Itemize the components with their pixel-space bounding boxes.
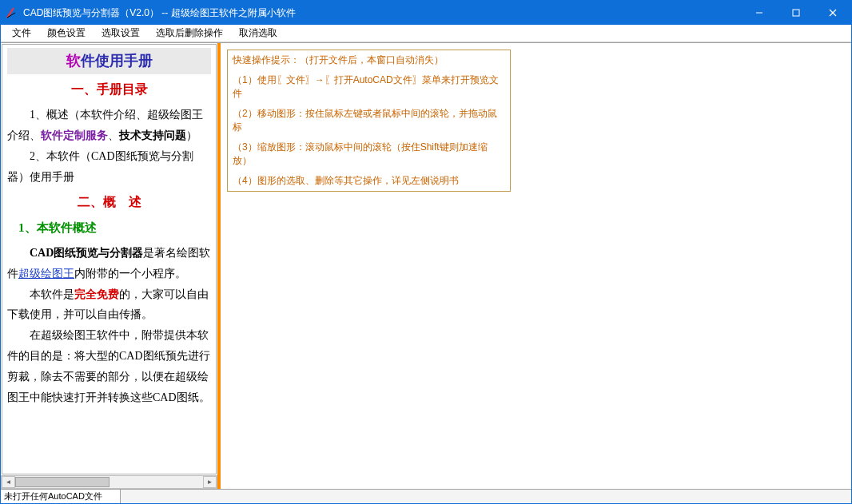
window-title: CAD图纸预览与分割器（V2.0） -- 超级绘图王软件之附属小软件: [23, 6, 741, 20]
para-1: CAD图纸预览与分割器是著名绘图软件超级绘图王内附带的一个小程序。: [7, 243, 211, 284]
canvas-panel: 快速操作提示：（打开文件后，本窗口自动消失） （1）使用〖文件〗→〖打开Auto…: [221, 43, 851, 489]
tips-row-4: （4）图形的选取、删除等其它操作，详见左侧说明书: [228, 171, 510, 191]
toc-item-2: 2、本软件（CAD图纸预览与分割器）使用手册: [7, 146, 211, 188]
manual-title-rest: 件使用手册: [81, 53, 153, 69]
scroll-track[interactable]: [15, 476, 203, 488]
minimize-button[interactable]: [741, 1, 778, 25]
quick-tips-box: 快速操作提示：（打开文件后，本窗口自动消失） （1）使用〖文件〗→〖打开Auto…: [227, 50, 511, 192]
manual-horizontal-scrollbar[interactable]: ◄ ►: [1, 475, 217, 489]
menu-cancel-select[interactable]: 取消选取: [231, 25, 285, 42]
section2-heading: 二、概 述: [7, 190, 211, 214]
app-icon: [6, 6, 18, 19]
manual-title-firstchar: 软: [66, 53, 81, 69]
status-bar: 未打开任何AutoCAD文件: [1, 489, 851, 503]
window-titlebar: CAD图纸预览与分割器（V2.0） -- 超级绘图王软件之附属小软件: [1, 1, 851, 25]
menu-select-settings[interactable]: 选取设置: [94, 25, 148, 42]
tips-row-1: （1）使用〖文件〗→〖打开AutoCAD文件〗菜单来打开预览文件: [228, 70, 510, 104]
manual-panel: 软件使用手册 一、手册目录 1、概述（本软件介绍、超级绘图王介绍、软件定制服务、…: [1, 43, 221, 489]
close-button[interactable]: [814, 1, 851, 25]
para-2: 本软件是完全免费的，大家可以自由下载使用，并可以自由传播。: [7, 284, 211, 326]
scroll-left-button[interactable]: ◄: [2, 476, 15, 488]
para-3: 在超级绘图王软件中，附带提供本软件的目的是：将大型的CAD图纸预先进行剪裁，除去…: [7, 325, 211, 408]
menu-color-settings[interactable]: 颜色设置: [39, 25, 94, 42]
menu-delete-after-select[interactable]: 选取后删除操作: [148, 25, 231, 42]
section2-sub1: 1、本软件概述: [18, 217, 211, 240]
tips-header: 快速操作提示：（打开文件后，本窗口自动消失）: [228, 50, 510, 70]
tips-row-2: （2）移动图形：按住鼠标左键或者鼠标中间的滚轮，并拖动鼠标: [228, 104, 510, 137]
manual-content: 软件使用手册 一、手册目录 1、概述（本软件介绍、超级绘图王介绍、软件定制服务、…: [2, 44, 217, 474]
menu-bar: 文件 颜色设置 选取设置 选取后删除操作 取消选取: [1, 25, 851, 42]
scroll-right-button[interactable]: ►: [203, 476, 217, 488]
main-area: 软件使用手册 一、手册目录 1、概述（本软件介绍、超级绘图王介绍、软件定制服务、…: [1, 42, 851, 489]
link-super-draw-king[interactable]: 超级绘图王: [18, 268, 74, 280]
toc-item-1: 1、概述（本软件介绍、超级绘图王介绍、软件定制服务、技术支持问题）: [7, 105, 211, 146]
menu-file[interactable]: 文件: [4, 25, 39, 42]
scroll-thumb[interactable]: [15, 477, 109, 487]
manual-title: 软件使用手册: [7, 48, 211, 74]
maximize-button[interactable]: [778, 1, 814, 25]
svg-rect-3: [793, 10, 799, 16]
status-text: 未打开任何AutoCAD文件: [1, 490, 121, 503]
toc-heading: 一、手册目录: [7, 77, 211, 101]
svg-line-0: [7, 8, 14, 18]
tips-row-3: （3）缩放图形：滚动鼠标中间的滚轮（按住Shift键则加速缩放）: [228, 137, 510, 171]
